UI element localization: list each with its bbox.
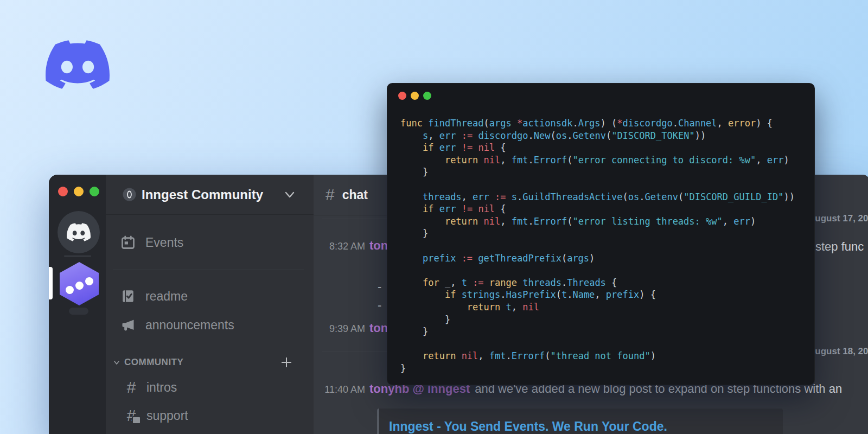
sidebar-item-intros[interactable]: # intros [106, 379, 314, 395]
sidebar-item-label: support [146, 409, 188, 423]
message-timestamp: 8:32 AM [314, 239, 365, 253]
sidebar-item-label: Events [145, 235, 183, 250]
sidebar-item-label: announcements [145, 318, 234, 333]
code-line: } [400, 326, 801, 338]
channel-list: Events readme [106, 215, 314, 434]
code-line: } [400, 362, 801, 375]
message-text-fragment: step func [815, 240, 864, 254]
server-item-partial [69, 308, 88, 315]
hash-icon: # [326, 186, 335, 204]
code-line: return t, nil [400, 301, 801, 314]
code-line [400, 264, 801, 277]
code-line [400, 178, 801, 191]
discord-mark-icon [67, 223, 91, 241]
channel-title: chat [342, 188, 368, 202]
code-line: func findThread(args *actionsdk.Args) (*… [400, 117, 801, 130]
list-dash: - [378, 283, 381, 291]
code-line: for _, t := range threads.Threads { [400, 277, 801, 289]
code-window-titlebar [387, 84, 814, 101]
code-line: } [400, 314, 801, 326]
book-check-icon [120, 289, 136, 304]
sidebar-category-community[interactable]: COMMUNITY [106, 355, 314, 370]
message-timestamp: 11:40 AM [314, 382, 365, 397]
embed-title-link[interactable]: Inngest - You Send Events. We Run Your C… [389, 419, 773, 434]
minimize-button[interactable] [74, 187, 84, 196]
rail-divider [64, 256, 91, 257]
sidebar-divider [113, 270, 304, 270]
minimize-button[interactable] [411, 92, 419, 100]
sidebar-item-support[interactable]: # support [106, 407, 314, 424]
code-line: } [400, 227, 801, 240]
megaphone-icon [120, 317, 136, 333]
sidebar-item-label: readme [145, 289, 188, 304]
list-dash: - [378, 301, 381, 310]
inngest-server-button[interactable] [60, 262, 99, 305]
zoom-button[interactable] [90, 187, 99, 196]
sidebar-item-events[interactable]: Events [106, 234, 314, 251]
community-badge-icon [122, 187, 137, 202]
server-header[interactable]: Inngest Community [106, 175, 314, 215]
hash-icon: # [124, 380, 139, 395]
code-line [400, 338, 801, 350]
add-channel-icon[interactable] [280, 356, 292, 368]
window-controls [398, 92, 431, 100]
sidebar-item-label: intros [146, 380, 177, 395]
code-line: if err != nil { [400, 142, 801, 154]
code-line: threads, err := s.GuildThreadsActive(os.… [400, 191, 801, 203]
category-label: COMMUNITY [124, 357, 183, 368]
sidebar-item-announcements[interactable]: announcements [106, 317, 314, 333]
code-line: return nil, fmt.Errorf("error listing th… [400, 215, 801, 228]
server-name: Inngest Community [142, 187, 284, 202]
discord-home-button[interactable] [58, 211, 100, 253]
code-line [400, 240, 801, 252]
chevron-down-icon[interactable] [284, 191, 295, 199]
window-controls [58, 187, 99, 196]
code-line: prefix := getThreadPrefix(args) [400, 252, 801, 265]
message-timestamp: 9:39 AM [314, 322, 365, 336]
code-line: return nil, fmt.Errorf("thread not found… [400, 350, 801, 362]
channel-sidebar: Inngest Community Events [106, 175, 314, 434]
hash-bubble-icon: # [124, 408, 139, 423]
close-button[interactable] [58, 187, 68, 196]
calendar-icon [120, 235, 136, 250]
code-window: func findThread(args *actionsdk.Args) (*… [387, 83, 815, 385]
code-content: func findThread(args *actionsdk.Args) (*… [387, 117, 814, 374]
chevron-down-icon [113, 360, 120, 365]
page-background: Inngest Community Events [0, 0, 868, 434]
sidebar-item-readme[interactable]: readme [106, 288, 314, 304]
link-embed: Inngest - You Send Events. We Run Your C… [377, 409, 783, 434]
zoom-button[interactable] [423, 92, 431, 100]
server-rail [49, 175, 106, 434]
discord-logo-icon [46, 40, 110, 89]
code-line: return nil, fmt.Errorf("error connecting… [400, 154, 801, 167]
code-line: if strings.HasPrefix(t.Name, prefix) { [400, 289, 801, 301]
close-button[interactable] [398, 92, 406, 100]
code-line: s, err := discordgo.New(os.Getenv("DISCO… [400, 130, 801, 142]
active-server-pill [49, 267, 53, 299]
code-line: if err != nil { [400, 203, 801, 215]
code-line: } [400, 166, 801, 178]
